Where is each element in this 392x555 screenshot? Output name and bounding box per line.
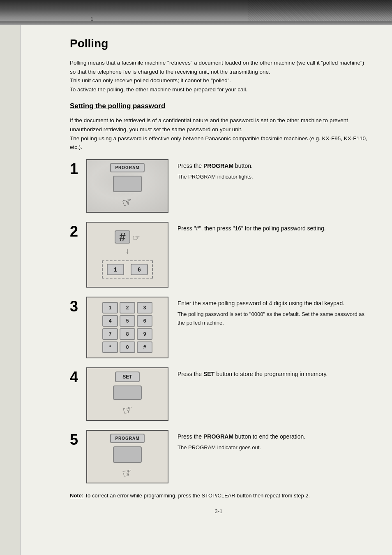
steps-container: 1 PROGRAM ☞ Press the PROGRAM button. (70, 159, 367, 483)
step-2-number: 2 (70, 224, 86, 239)
step4-hand-icon: ☞ (121, 402, 134, 418)
step-5-text: Press the PROGRAM button to end the oper… (178, 430, 367, 452)
numpad-key-1: 1 (102, 302, 118, 313)
numpad-key-0: 0 (120, 341, 135, 353)
intro-text: Polling means that a facsimile machine "… (70, 58, 367, 94)
numpad-key-7: 7 (102, 328, 118, 340)
step-1-instruction: Press the PROGRAM button. (178, 162, 367, 171)
numpad-key-4: 4 (102, 315, 118, 327)
page-title: Polling (70, 37, 367, 50)
step-2-image: # ☞ ↓ 1 6 (86, 222, 168, 288)
step2-hash-key: # (115, 230, 130, 244)
numpad-key-9: 9 (137, 328, 152, 340)
section-intro2: The polling using a password is effectiv… (70, 134, 367, 152)
note-box: Note: To correct an error while programm… (70, 492, 367, 500)
step2-key1: 1 (107, 264, 124, 275)
step-1-number: 1 (70, 162, 86, 176)
step-1-row: 1 PROGRAM ☞ Press the PROGRAM button. (70, 159, 367, 213)
step1-hand-icon: ☞ (121, 194, 134, 210)
step-5-image: PROGRAM ☞ (86, 430, 168, 483)
step1-button-body (113, 176, 142, 192)
page-number-top: 1 (90, 16, 93, 22)
step-3-sub: The polling password is set to "0000" as… (178, 310, 367, 327)
section-intro1: If the document to be retrieved is of a … (70, 116, 367, 134)
step-5-number: 5 (70, 432, 86, 447)
step-1-text: Press the PROGRAM button. The PROGRAM in… (178, 159, 367, 181)
note-text: To correct an error while programming, p… (85, 492, 310, 499)
main-body: Polling Polling means that a facsimile m… (0, 25, 392, 531)
step-4-bold: SET (203, 371, 214, 377)
step4-set-area: SET ☞ (87, 368, 168, 420)
step-5-sub: The PROGRAM indicator goes out. (178, 444, 367, 452)
intro-paragraph3: To activate the polling, the other machi… (70, 85, 367, 94)
step-4-number: 4 (70, 370, 86, 385)
step-4-text: Press the SET button to store the progra… (178, 367, 367, 381)
step2-key2: 6 (131, 264, 148, 275)
step-5-row: 5 PROGRAM ☞ Press the PROGRAM button to … (70, 430, 367, 483)
numpad-key-2: 2 (120, 302, 135, 313)
numpad-key-6: 6 (137, 315, 152, 327)
step-1-image: PROGRAM ☞ (86, 159, 168, 213)
step-2-instruction: Press "#", then press "16" for the polli… (178, 224, 367, 233)
step2-wrapper: # ☞ ↓ 1 6 (87, 223, 168, 287)
step-2-row: 2 # ☞ ↓ 1 6 (70, 222, 367, 288)
step-3-text: Enter the same polling password of 4 dig… (178, 297, 367, 327)
left-margin (0, 25, 21, 555)
step-4-image: SET ☞ (86, 367, 168, 421)
section-intro: If the document to be retrieved is of a … (70, 116, 367, 151)
step1-program-area: PROGRAM ☞ (87, 160, 168, 212)
intro-paragraph1: Polling means that a facsimile machine "… (70, 58, 367, 76)
step-3-instruction: Enter the same polling password of 4 dig… (178, 299, 367, 308)
top-texture (248, 0, 392, 23)
step2-dashed-box: 1 6 (102, 260, 153, 279)
numpad-key-star: * (102, 341, 118, 353)
step-3-row: 3 1 2 3 4 5 6 7 8 9 * 0 # (70, 297, 367, 358)
page-content: 1 Polling Polling means that a facsimile… (0, 0, 392, 555)
numpad-key-hash: # (137, 341, 152, 353)
top-bar: 1 (0, 0, 392, 25)
step1-program-button: PROGRAM (110, 163, 144, 172)
step-5-bold: PROGRAM (203, 433, 233, 440)
numpad-key-5: 5 (120, 315, 135, 327)
step-3-number: 3 (70, 299, 86, 314)
note-label: Note: (70, 492, 83, 499)
step-4-row: 4 SET ☞ Press the SET button to store th… (70, 367, 367, 421)
step5-program-button: PROGRAM (110, 434, 144, 443)
step4-set-button: SET (115, 372, 139, 382)
numpad-key-8: 8 (120, 328, 135, 340)
step4-button-body (113, 385, 142, 400)
step-2-text: Press "#", then press "16" for the polli… (178, 222, 367, 236)
step-1-bold: PROGRAM (203, 163, 233, 169)
numpad-key-3: 3 (137, 302, 152, 313)
step5-button-body (113, 446, 142, 463)
step-4-instruction: Press the SET button to store the progra… (178, 370, 367, 379)
step2-hand-icon: ☞ (133, 233, 140, 243)
step3-numpad: 1 2 3 4 5 6 7 8 9 * 0 # (102, 302, 152, 353)
step-1-sub: The PROGRAM indicator lights. (178, 173, 367, 181)
intro-paragraph2: This unit can only receive polled docume… (70, 76, 367, 85)
step-3-image: 1 2 3 4 5 6 7 8 9 * 0 # (86, 297, 168, 358)
step5-program-area: PROGRAM ☞ (87, 431, 168, 483)
step5-hand-icon: ☞ (121, 465, 134, 481)
section-title: Setting the polling password (70, 102, 367, 110)
step2-arrow: ↓ (126, 247, 129, 255)
page-number-bottom: 3-1 (70, 508, 367, 514)
step-5-instruction: Press the PROGRAM button to end the oper… (178, 432, 367, 441)
